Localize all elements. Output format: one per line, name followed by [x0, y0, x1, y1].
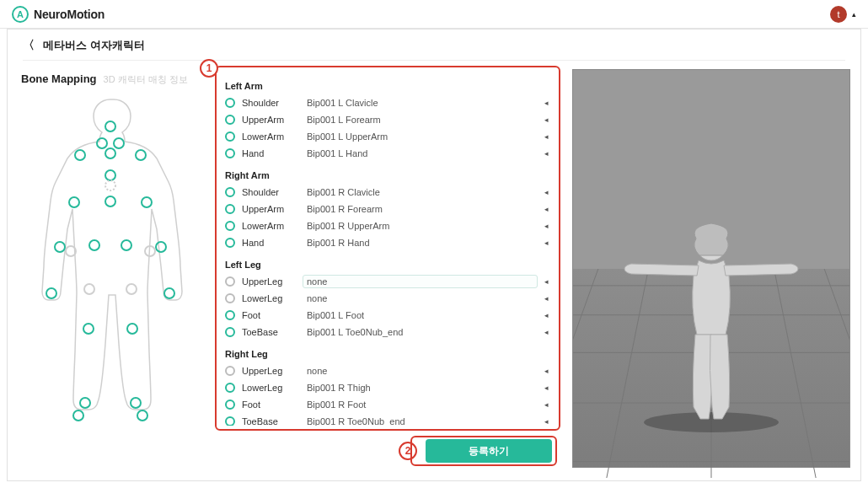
- joint-marker[interactable]: [164, 288, 174, 298]
- joint-marker[interactable]: [136, 150, 146, 160]
- chevron-left-icon: ◂: [544, 383, 549, 392]
- bone-mapping-list[interactable]: Left ArmShoulderBip001 L Clavicle◂UpperA…: [220, 71, 555, 426]
- bone-row[interactable]: ShoulderBip001 L Clavicle◂: [222, 94, 552, 111]
- bone-status-icon: [225, 204, 235, 214]
- joint-marker[interactable]: [105, 121, 115, 131]
- bone-row[interactable]: UpperLegnone◂: [222, 273, 552, 290]
- bone-row[interactable]: HandBip001 L Hand◂: [222, 145, 552, 162]
- bone-status-icon: [225, 293, 235, 303]
- joint-marker[interactable]: [75, 150, 85, 160]
- bone-row[interactable]: FootBip001 R Foot◂: [222, 396, 552, 413]
- register-button[interactable]: 등록하기: [426, 439, 552, 463]
- bone-value-select[interactable]: Bip001 R Hand: [303, 236, 538, 249]
- bone-value-select[interactable]: Bip001 R UpperArm: [303, 219, 538, 233]
- bone-value-select[interactable]: none: [303, 292, 538, 305]
- bone-label: LowerLeg: [242, 383, 296, 393]
- chevron-left-icon: ◂: [544, 149, 549, 158]
- bone-row[interactable]: ShoulderBip001 R Clavicle◂: [222, 184, 552, 201]
- bone-value-select[interactable]: Bip001 R Forearm: [303, 202, 538, 216]
- bone-value-select[interactable]: none: [303, 275, 538, 288]
- bone-status-icon: [225, 187, 235, 197]
- bone-label: Shoulder: [242, 98, 296, 108]
- chevron-left-icon: ◂: [544, 188, 549, 196]
- bone-row[interactable]: LowerArmBip001 R UpperArm◂: [222, 217, 552, 234]
- joint-marker[interactable]: [55, 242, 65, 252]
- chevron-left-icon: ◂: [544, 239, 549, 247]
- bone-label: LowerArm: [242, 131, 296, 142]
- breadcrumb-title: 메타버스 여자캐릭터: [43, 38, 145, 53]
- bone-value-select[interactable]: Bip001 R Thigh: [303, 381, 538, 394]
- joint-marker[interactable]: [89, 240, 99, 250]
- bone-value-select[interactable]: none: [303, 364, 538, 378]
- joint-marker[interactable]: [137, 410, 147, 421]
- bone-row[interactable]: LowerLegBip001 R Thigh◂: [222, 379, 552, 396]
- bone-row[interactable]: FootBip001 L Foot◂: [222, 307, 552, 324]
- user-menu[interactable]: t ▴: [830, 6, 856, 23]
- section-subtitle: 3D 캐릭터 매칭 정보: [104, 73, 188, 86]
- joint-marker[interactable]: [121, 240, 131, 250]
- joint-marker[interactable]: [105, 170, 115, 180]
- bone-value-select[interactable]: Bip001 L Hand: [303, 147, 538, 160]
- bone-row[interactable]: LowerArmBip001 L UpperArm◂: [222, 128, 552, 145]
- joint-marker[interactable]: [126, 284, 137, 294]
- bone-label: UpperArm: [242, 204, 296, 214]
- bone-row[interactable]: UpperArmBip001 L Forearm◂: [222, 111, 552, 128]
- bone-label: Foot: [242, 310, 296, 320]
- viewport-3d[interactable]: [572, 69, 850, 468]
- bone-status-icon: [225, 115, 235, 125]
- bone-label: ToeBase: [242, 327, 296, 337]
- bone-label: Hand: [242, 238, 296, 248]
- bone-row[interactable]: UpperArmBip001 R Forearm◂: [222, 201, 552, 217]
- bone-label: UpperArm: [242, 115, 296, 125]
- back-icon[interactable]: 〈: [23, 38, 35, 53]
- bone-status-icon: [225, 276, 235, 287]
- chevron-left-icon: ◂: [544, 417, 549, 426]
- character-model: [614, 222, 808, 441]
- bone-label: LowerArm: [242, 221, 296, 231]
- chevron-up-icon: ▴: [852, 10, 856, 19]
- joint-marker[interactable]: [84, 284, 94, 294]
- joint-marker[interactable]: [105, 148, 115, 158]
- joint-marker[interactable]: [114, 138, 124, 148]
- bone-status-icon: [225, 416, 235, 426]
- joint-marker[interactable]: [46, 288, 56, 298]
- bone-value-select[interactable]: Bip001 L Forearm: [303, 113, 538, 126]
- joint-marker[interactable]: [80, 398, 90, 408]
- bone-label: UpperLeg: [242, 366, 296, 376]
- annotation-callout-1: 1: [200, 59, 218, 78]
- bone-value-select[interactable]: Bip001 L Clavicle: [303, 96, 538, 110]
- bone-value-select[interactable]: Bip001 L UpperArm: [303, 130, 538, 143]
- bone-label: LowerLeg: [242, 293, 296, 303]
- bone-status-icon: [225, 221, 235, 231]
- bone-value-select[interactable]: Bip001 L Foot: [303, 308, 538, 322]
- bone-group-title: Left Leg: [225, 260, 552, 270]
- chevron-left-icon: ◂: [544, 311, 549, 319]
- joint-marker[interactable]: [97, 138, 107, 148]
- chevron-left-icon: ◂: [544, 400, 549, 409]
- joint-marker[interactable]: [105, 196, 115, 206]
- bone-row[interactable]: ToeBaseBip001 L Toe0Nub_end◂: [222, 324, 552, 341]
- joint-marker[interactable]: [156, 242, 166, 252]
- bone-row[interactable]: UpperLegnone◂: [222, 362, 552, 379]
- joint-marker[interactable]: [69, 197, 79, 207]
- bone-label: ToeBase: [242, 416, 296, 426]
- joint-marker[interactable]: [142, 197, 152, 207]
- joint-marker[interactable]: [105, 180, 115, 190]
- bone-row[interactable]: HandBip001 R Hand◂: [222, 234, 552, 251]
- joint-marker[interactable]: [83, 324, 94, 334]
- joint-marker[interactable]: [73, 410, 83, 421]
- bone-group-title: Right Arm: [225, 170, 552, 180]
- svg-point-10: [644, 412, 779, 432]
- bone-value-select[interactable]: Bip001 R Foot: [303, 398, 538, 411]
- bone-value-select[interactable]: Bip001 R Toe0Nub_end: [303, 415, 538, 426]
- bone-row[interactable]: LowerLegnone◂: [222, 290, 552, 307]
- joint-marker[interactable]: [127, 324, 137, 334]
- bone-value-select[interactable]: Bip001 R Clavicle: [303, 185, 538, 199]
- brand-logo-icon: A: [12, 6, 29, 23]
- chevron-left-icon: ◂: [544, 115, 549, 124]
- bone-label: Foot: [242, 400, 296, 410]
- bone-status-icon: [225, 383, 235, 393]
- joint-marker[interactable]: [131, 398, 141, 408]
- bone-row[interactable]: ToeBaseBip001 R Toe0Nub_end◂: [222, 413, 552, 426]
- bone-value-select[interactable]: Bip001 L Toe0Nub_end: [303, 325, 538, 339]
